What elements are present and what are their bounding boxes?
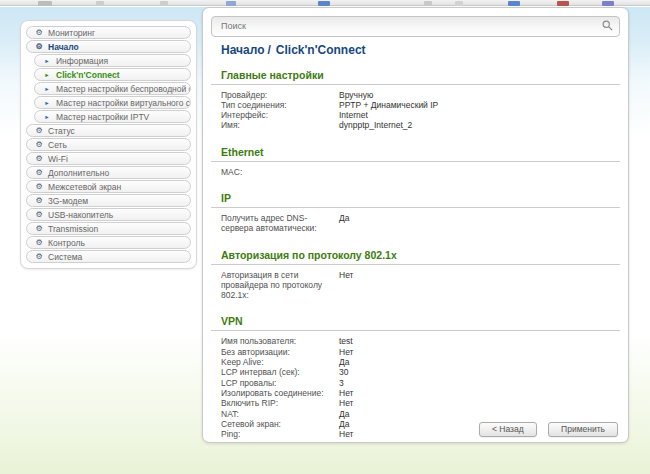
- setting-value: Да: [339, 409, 349, 419]
- sidebar-item[interactable]: ⚙ Мониторинг: [26, 26, 191, 39]
- setting-value: Да: [339, 357, 349, 367]
- breadcrumb: Начало/Click'n'Connect: [221, 43, 610, 57]
- toolbar-icon-fragment: [226, 1, 236, 6]
- setting-label: Имя пользователя:: [221, 336, 339, 346]
- sidebar-item[interactable]: ⚙ Wi-Fi: [26, 152, 191, 165]
- settings-row: Без авторизации: Нет: [221, 347, 610, 357]
- arrow-bullet-icon: ►: [43, 71, 51, 79]
- sidebar-item-label: Мастер настройки беспроводной сети: [56, 84, 191, 94]
- sidebar-item[interactable]: ⚙ Система: [26, 250, 191, 263]
- setting-label: Изолировать соединение:: [221, 388, 339, 398]
- setting-value: dynpptp_Internet_2: [339, 120, 412, 130]
- sidebar-item[interactable]: ⚙ Сеть: [26, 138, 191, 151]
- gear-icon: ⚙: [35, 225, 43, 233]
- section-title: Авторизация по протоколу 802.1x: [211, 249, 620, 265]
- settings-row: Тип соединения: PPTP + Динамический IP: [221, 100, 610, 110]
- main-panel: Начало/Click'n'Connect Главные настройки…: [202, 7, 629, 443]
- setting-value: test: [339, 336, 353, 346]
- footer-buttons: < Назад Применить: [472, 418, 618, 437]
- sidebar-item[interactable]: ⚙ Контроль: [26, 236, 191, 249]
- gear-icon: ⚙: [35, 169, 43, 177]
- setting-label: Keep Alive:: [221, 357, 339, 367]
- setting-label: MAC:: [221, 167, 339, 177]
- sidebar-item-label: Начало: [48, 42, 79, 52]
- sidebar-item-label: Wi-Fi: [48, 154, 68, 164]
- sidebar-item[interactable]: ► Мастер настройки беспроводной сети: [34, 82, 191, 95]
- setting-value: Нет: [339, 347, 353, 357]
- gear-icon: ⚙: [35, 183, 43, 191]
- toolbar-icon-fragment: [557, 1, 569, 6]
- sidebar-item[interactable]: ► Мастер настройки виртуального сервера: [34, 96, 191, 109]
- setting-label: Интерфейс:: [221, 110, 339, 120]
- toolbar-icon-fragment: [424, 1, 432, 6]
- settings-row: Авторизация в сети провайдера по протоко…: [221, 270, 610, 301]
- setting-value: Internet: [339, 110, 368, 120]
- setting-label: Имя:: [221, 120, 339, 130]
- setting-value: Да: [339, 213, 349, 234]
- gear-icon: ⚙: [35, 141, 43, 149]
- gear-icon: ⚙: [35, 43, 43, 51]
- settings-row: Имя: dynpptp_Internet_2: [221, 120, 610, 130]
- setting-value: 30: [339, 367, 348, 377]
- sidebar-item-label: 3G-модем: [48, 196, 88, 206]
- settings-section: Ethernet MAC:: [221, 146, 610, 177]
- setting-value: 3: [339, 378, 344, 388]
- sidebar-item-label: Transmission: [48, 224, 98, 234]
- browser-chrome-strip: [0, 0, 650, 6]
- back-button[interactable]: < Назад: [479, 422, 537, 437]
- section-rows: MAC:: [221, 167, 610, 177]
- sidebar-item[interactable]: ⚙ Начало: [26, 40, 191, 53]
- settings-row: Keep Alive: Да: [221, 357, 610, 367]
- arrow-bullet-icon: ►: [43, 57, 51, 65]
- setting-label: Провайдер:: [221, 90, 339, 100]
- sidebar-item[interactable]: ⚙ USB-накопитель: [26, 208, 191, 221]
- breadcrumb-section[interactable]: Начало: [221, 43, 264, 57]
- sidebar-item-label: Информация: [56, 56, 108, 66]
- search-icon[interactable]: [602, 20, 613, 31]
- search-input[interactable]: [211, 16, 620, 37]
- gear-icon: ⚙: [35, 239, 43, 247]
- toolbar-icon-fragment: [160, 1, 168, 6]
- settings-row: Получить адрес DNS-сервера автоматически…: [221, 213, 610, 234]
- toolbar-icon-fragment: [455, 1, 463, 6]
- gear-icon: ⚙: [35, 155, 43, 163]
- settings-section: IP Получить адрес DNS-сервера автоматиче…: [221, 192, 610, 234]
- setting-label: Ping:: [221, 429, 339, 439]
- sidebar-item-label: Контроль: [48, 238, 85, 248]
- setting-label: Сетевой экран:: [221, 419, 339, 429]
- apply-button[interactable]: Применить: [548, 422, 618, 437]
- sidebar-item[interactable]: ⚙ Статус: [26, 124, 191, 137]
- sidebar-item-label: Мастер настройки IPTV: [56, 112, 149, 122]
- setting-label: Без авторизации:: [221, 347, 339, 357]
- section-title: VPN: [211, 315, 620, 331]
- sidebar-item[interactable]: ► Click'n'Connect: [34, 68, 191, 81]
- sidebar-item-label: USB-накопитель: [48, 210, 113, 220]
- sidebar-item-label: Дополнительно: [48, 168, 109, 178]
- settings-row: Интерфейс: Internet: [221, 110, 610, 120]
- sidebar-item[interactable]: ⚙ Дополнительно: [26, 166, 191, 179]
- sidebar-nav: ⚙ Мониторинг ⚙ Начало ► Информация ► Cli…: [20, 20, 197, 269]
- sidebar-item-label: Сеть: [48, 140, 67, 150]
- gear-icon: ⚙: [35, 29, 43, 37]
- toolbar-icon-fragment: [602, 1, 614, 6]
- toolbar-icon-fragment: [508, 1, 520, 6]
- setting-label: LCP провалы:: [221, 378, 339, 388]
- gear-icon: ⚙: [35, 127, 43, 135]
- settings-row: Включить RIP: Нет: [221, 398, 610, 408]
- toolbar-icon-fragment: [318, 1, 330, 6]
- arrow-bullet-icon: ►: [43, 113, 51, 121]
- setting-value: Да: [339, 419, 349, 429]
- sidebar-item[interactable]: ⚙ Межсетевой экран: [26, 180, 191, 193]
- sidebar-item[interactable]: ⚙ Transmission: [26, 222, 191, 235]
- toolbar-icon-fragment: [96, 1, 104, 6]
- setting-value: Нет: [339, 388, 353, 398]
- sidebar-item[interactable]: ⚙ 3G-модем: [26, 194, 191, 207]
- sidebar-item[interactable]: ► Мастер настройки IPTV: [34, 110, 191, 123]
- sidebar-item-label: Система: [48, 252, 82, 262]
- toolbar-icon-fragment: [38, 1, 52, 6]
- settings-section: Главные настройки Провайдер: Вручную Тип…: [221, 69, 610, 131]
- sidebar-item[interactable]: ► Информация: [34, 54, 191, 67]
- setting-label: Авторизация в сети провайдера по протоко…: [221, 270, 339, 301]
- gear-icon: ⚙: [35, 253, 43, 261]
- setting-value: Нет: [339, 270, 353, 301]
